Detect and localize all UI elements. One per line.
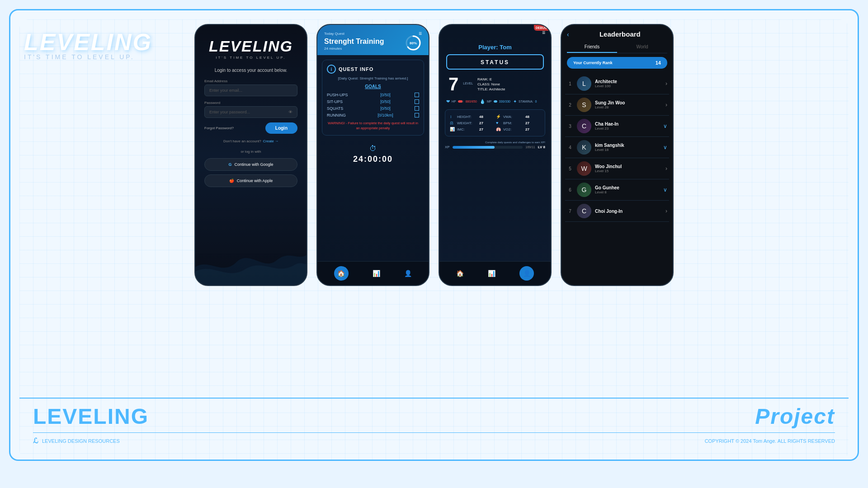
rank-label: RANK:	[477, 77, 488, 81]
xp-current-value: 169/11	[525, 145, 535, 149]
lb-avatar-icon-3: C	[577, 119, 591, 133]
title-row: TITLE: Architecte	[477, 87, 505, 91]
lb-name-5: Woo Jinchul	[595, 164, 662, 169]
timer-section: ⏱ 24:00:00	[317, 140, 429, 169]
lb-chevron-7: ›	[665, 208, 667, 214]
lb-name-2: Sung Jin Woo	[595, 100, 662, 105]
stats-bars: ❤ HP 880/850 💧 MP 330/330 ✦	[439, 99, 551, 104]
create-account-link[interactable]: Create →	[263, 139, 278, 143]
status-label-text: STATUS	[481, 59, 509, 66]
lb-tab-world[interactable]: World	[617, 42, 667, 53]
level-rank-row: 7 LEVEL RANK: E CLASS: None TITLE: A	[439, 74, 551, 94]
footer-section: LEVELING Project ℒ LEVELING DESIGN RESOU…	[19, 398, 849, 450]
quest-description: [Daily Quest: Strenght Training has arri…	[327, 76, 419, 80]
imc-value: 27	[479, 127, 483, 131]
lb-avatar-icon-5: W	[577, 161, 591, 176]
intro-leveling-text: LEVELING	[24, 28, 152, 56]
lb-level-6: Level 8	[595, 190, 660, 194]
class-value: None	[491, 82, 500, 86]
height-label: HEIGHT:	[457, 115, 477, 119]
lb-player-info-3: Cha Hae-In Level 23	[595, 122, 660, 131]
status-nav-stats[interactable]: 📊	[488, 270, 495, 277]
goal-situps-label: SIT-UPS	[327, 99, 356, 104]
imc-row: 📊 IMC: 27	[450, 127, 494, 131]
footer-logo-icon: ℒ	[33, 436, 38, 445]
warning-text: WARNING! - Failure to complete the daily…	[327, 121, 419, 131]
no-account-row: Don't have an account? Create →	[204, 139, 297, 143]
nav-stats-btn[interactable]: 📊	[373, 270, 380, 277]
vo2-row: 🫁 VO2: 27	[496, 127, 540, 131]
imc-icon: 📊	[450, 127, 455, 131]
lb-back-icon[interactable]: ‹	[567, 31, 569, 38]
lb-header: ‹ Leaderboard	[561, 25, 673, 42]
xp-section: Complete daily quests and challenges to …	[439, 136, 551, 152]
mp-icon: 💧	[480, 99, 485, 104]
class-row: CLASS: None	[477, 82, 505, 86]
lv-badge: LV 8	[538, 145, 545, 149]
nav-profile-btn[interactable]: 👤	[404, 270, 412, 277]
google-login-button[interactable]: G Continue with Google	[204, 158, 297, 171]
password-field-display[interactable]: Enter your password... 👁	[204, 106, 297, 118]
goal-situps-checkbox[interactable]	[415, 99, 419, 104]
login-button[interactable]: Login	[265, 122, 297, 134]
hp-bar	[458, 100, 464, 103]
status-nav-home[interactable]: 🏠	[456, 270, 464, 277]
level-word: LEVEL	[463, 82, 473, 85]
mp-value: 330/330	[499, 100, 510, 103]
wave-decoration	[195, 231, 307, 285]
timer-icon: ⏱	[369, 145, 377, 153]
lb-player-info-6: Go Gunhee Level 8	[595, 185, 660, 194]
lb-rank-3: 3	[567, 124, 573, 129]
email-field-display[interactable]: Enter your email...	[204, 84, 297, 96]
footer-logo-row: ℒ LEVELING DESIGN RESOURCES	[33, 436, 120, 445]
lb-avatar-4: K	[577, 140, 591, 155]
vma-value: 48	[525, 115, 529, 119]
title-value: Architecte	[489, 87, 505, 91]
mp-label: MP	[487, 100, 492, 103]
lb-tab-friends[interactable]: Friends	[567, 42, 617, 53]
lb-level-4: Level 18	[595, 148, 660, 152]
stamina-label: STAMINA:	[519, 100, 533, 103]
status-nav-profile[interactable]: 👤	[519, 266, 534, 281]
email-label: Email Address	[204, 79, 297, 83]
goal-squats-checkbox[interactable]	[415, 106, 419, 111]
bpm-icon: ♥	[496, 121, 501, 125]
vo2-value: 27	[525, 127, 529, 131]
eye-icon: 👁	[288, 110, 292, 114]
footer-copyright: COPYRIGHT © 2024 Tom Ange. ALL RIGHTS RE…	[705, 438, 835, 444]
nav-home-btn[interactable]: 🏠	[334, 266, 349, 281]
goal-pushups-checkbox[interactable]	[415, 93, 419, 97]
vma-label: VMA:	[503, 115, 524, 119]
lb-name-4: kim Sangshik	[595, 143, 660, 148]
lb-rank-6: 6	[567, 188, 573, 192]
lb-level-3: Level 23	[595, 127, 660, 131]
info-icon: i	[327, 65, 336, 74]
status-badge: STATUS	[446, 54, 544, 70]
title-label: TITLE:	[477, 87, 488, 91]
goal-row-pushups: PUSH-UPS [0/50]	[327, 93, 419, 97]
mp-bar-group: 💧 MP 330/330	[480, 99, 510, 104]
lb-avatar-7: C	[577, 204, 591, 218]
lb-item-3: 3 C Cha Hae-In Level 23 ∨	[565, 116, 669, 137]
password-label: Password	[204, 101, 297, 105]
rank-info-block: RANK: E CLASS: None TITLE: Architecte	[477, 77, 505, 91]
xp-hint: Complete daily quests and challenges to …	[445, 141, 545, 144]
vo2-icon: 🫁	[496, 127, 501, 131]
attributes-card: ↕ HEIGHT: 48 ⚡ VMA: 48 ⚖ WEIGHT: 27 ♥ BP…	[445, 109, 545, 136]
lb-player-info-7: Choi Jong-In	[595, 209, 662, 214]
google-btn-label: Continue with Google	[234, 162, 273, 167]
weight-icon: ⚖	[450, 121, 455, 125]
forgot-password-link[interactable]: Forgot Password?	[204, 126, 234, 130]
weight-value: 27	[479, 121, 483, 125]
goal-row-situps: SIT-UPS [0/50]	[327, 99, 419, 104]
apple-login-button[interactable]: 🍎 Continue with Apple	[204, 174, 297, 187]
goal-situps-progress: [0/50]	[356, 99, 415, 104]
goals-title: GOALS	[327, 84, 419, 89]
footer-project-text: Project	[755, 404, 835, 429]
phone-login: LEVELING IT'S TIME TO LEVEL UP. Login to…	[194, 24, 307, 286]
lb-chevron-6: ∨	[663, 187, 667, 193]
progress-circle: 80%	[405, 34, 422, 52]
lb-chevron-4: ∨	[663, 144, 667, 150]
goal-running-checkbox[interactable]	[415, 113, 419, 117]
intro-subtitle-text: IT'S TIME TO LEVEL UP.	[24, 53, 152, 61]
